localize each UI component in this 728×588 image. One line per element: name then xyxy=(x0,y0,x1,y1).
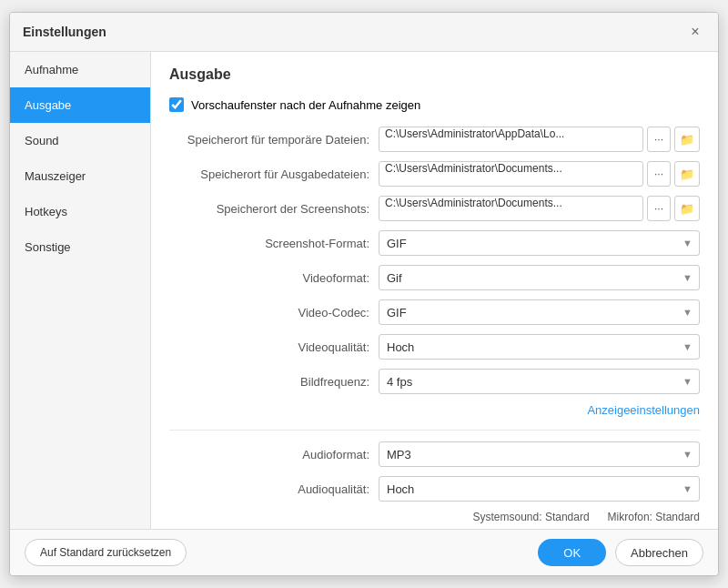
display-settings-row: Anzeigeeinstellungen xyxy=(169,403,700,417)
temp-dots-button[interactable]: ··· xyxy=(647,127,671,152)
audio-format-wrapper: MP3 AAC WAV OGG ▼ xyxy=(379,441,700,467)
system-sound-value: Standard xyxy=(545,511,590,523)
temp-path-controls: C:\Users\Administrator\AppData\Lo... ···… xyxy=(379,127,700,152)
screenshot-folder-button[interactable]: 📁 xyxy=(674,196,700,221)
output-path-row: Speicherort für Ausgabedateien: C:\Users… xyxy=(169,161,700,187)
video-quality-controls: Hoch Mittel Niedrig ▼ xyxy=(379,334,700,360)
sidebar-item-aufnahme[interactable]: Aufnahme xyxy=(10,52,150,87)
dialog-title: Einstellungen xyxy=(23,25,106,39)
folder-icon: 📁 xyxy=(680,133,694,147)
frame-rate-row: Bildfrequenz: 4 fps 8 fps 15 fps 24 fps … xyxy=(169,369,700,394)
sound-info-row: Systemsound: Standard Mikrofon: Standard xyxy=(169,511,700,523)
dialog-footer: Auf Standard zurücksetzen OK Abbrechen xyxy=(10,529,718,575)
sidebar-item-sound[interactable]: Sound xyxy=(10,123,150,158)
frame-rate-select[interactable]: 4 fps 8 fps 15 fps 24 fps 30 fps xyxy=(379,369,700,394)
frame-rate-wrapper: 4 fps 8 fps 15 fps 24 fps 30 fps ▼ xyxy=(379,369,700,394)
divider xyxy=(169,430,700,431)
temp-path-row: Speicherort für temporäre Dateien: C:\Us… xyxy=(169,127,700,152)
frame-rate-label: Bildfrequenz: xyxy=(169,375,379,389)
video-quality-row: Videoqualität: Hoch Mittel Niedrig ▼ xyxy=(169,334,700,360)
video-format-controls: Gif MP4 AVI MOV ▼ xyxy=(379,265,700,290)
preview-checkbox-label: Vorschaufenster nach der Aufnahme zeigen xyxy=(191,98,420,112)
video-quality-select[interactable]: Hoch Mittel Niedrig xyxy=(379,334,700,360)
video-codec-label: Video-Codec: xyxy=(169,306,379,319)
folder-icon: 📁 xyxy=(680,202,694,216)
sidebar: Aufnahme Ausgabe Sound Mauszeiger Hotkey… xyxy=(10,52,151,529)
settings-dialog: Einstellungen × Aufnahme Ausgabe Sound M… xyxy=(9,12,719,576)
screenshot-format-label: Screenshot-Format: xyxy=(169,237,379,250)
audio-quality-row: Audioqualität: Hoch Mittel Niedrig ▼ xyxy=(169,476,700,502)
audio-quality-controls: Hoch Mittel Niedrig ▼ xyxy=(379,476,700,502)
output-dots-button[interactable]: ··· xyxy=(647,161,671,187)
video-format-select[interactable]: Gif MP4 AVI MOV xyxy=(379,265,700,290)
screenshot-format-wrapper: GIF PNG JPG BMP ▼ xyxy=(379,230,700,256)
audio-format-label: Audioformat: xyxy=(169,448,379,461)
audio-format-select[interactable]: MP3 AAC WAV OGG xyxy=(379,441,700,467)
display-settings-link[interactable]: Anzeigeeinstellungen xyxy=(587,403,700,417)
sidebar-item-hotkeys[interactable]: Hotkeys xyxy=(10,194,150,229)
content-area: Ausgabe Vorschaufenster nach der Aufnahm… xyxy=(151,52,718,529)
dialog-body: Aufnahme Ausgabe Sound Mauszeiger Hotkey… xyxy=(10,52,718,529)
audio-format-controls: MP3 AAC WAV OGG ▼ xyxy=(379,441,700,467)
video-codec-controls: GIF H.264 H.265 ▼ xyxy=(379,299,700,325)
screenshot-dots-button[interactable]: ··· xyxy=(647,196,671,221)
temp-path-input[interactable]: C:\Users\Administrator\AppData\Lo... xyxy=(379,127,643,152)
screenshot-path-label: Speicherort der Screenshots: xyxy=(169,202,379,216)
frame-rate-controls: 4 fps 8 fps 15 fps 24 fps 30 fps ▼ xyxy=(379,369,700,394)
output-path-label: Speicherort für Ausgabedateien: xyxy=(169,167,379,181)
sidebar-item-ausgabe[interactable]: Ausgabe xyxy=(10,87,150,123)
video-codec-wrapper: GIF H.264 H.265 ▼ xyxy=(379,299,700,325)
system-sound-label: Systemsound: xyxy=(473,511,542,523)
temp-path-label: Speicherort für temporäre Dateien: xyxy=(169,133,379,147)
preview-checkbox[interactable] xyxy=(169,97,184,112)
cancel-button[interactable]: Abbrechen xyxy=(615,539,703,566)
title-bar: Einstellungen × xyxy=(10,13,718,52)
sidebar-item-sonstige[interactable]: Sonstige xyxy=(10,229,150,265)
video-format-label: Videoformat: xyxy=(169,271,379,285)
sidebar-item-mauszeiger[interactable]: Mauszeiger xyxy=(10,158,150,194)
output-folder-button[interactable]: 📁 xyxy=(674,161,700,187)
folder-icon: 📁 xyxy=(680,167,694,181)
audio-format-row: Audioformat: MP3 AAC WAV OGG ▼ xyxy=(169,441,700,467)
output-path-input[interactable]: C:\Users\Administrator\Documents... xyxy=(379,161,643,187)
video-quality-wrapper: Hoch Mittel Niedrig ▼ xyxy=(379,334,700,360)
screenshot-path-input[interactable]: C:\Users\Administrator\Documents... xyxy=(379,196,643,221)
audio-quality-select[interactable]: Hoch Mittel Niedrig xyxy=(379,476,700,502)
close-button[interactable]: × xyxy=(685,22,705,42)
screenshot-format-controls: GIF PNG JPG BMP ▼ xyxy=(379,230,700,256)
preview-checkbox-row: Vorschaufenster nach der Aufnahme zeigen xyxy=(169,97,700,112)
temp-folder-button[interactable]: 📁 xyxy=(674,127,700,152)
section-title: Ausgabe xyxy=(169,66,700,83)
ok-button[interactable]: OK xyxy=(538,539,606,566)
video-codec-select[interactable]: GIF H.264 H.265 xyxy=(379,299,700,325)
footer-right: OK Abbrechen xyxy=(538,539,703,566)
video-format-row: Videoformat: Gif MP4 AVI MOV ▼ xyxy=(169,265,700,290)
screenshot-format-row: Screenshot-Format: GIF PNG JPG BMP ▼ xyxy=(169,230,700,256)
audio-quality-label: Audioqualität: xyxy=(169,482,379,496)
mic-info: Mikrofon: Standard xyxy=(608,511,700,523)
audio-quality-wrapper: Hoch Mittel Niedrig ▼ xyxy=(379,476,700,502)
video-format-wrapper: Gif MP4 AVI MOV ▼ xyxy=(379,265,700,290)
video-codec-row: Video-Codec: GIF H.264 H.265 ▼ xyxy=(169,299,700,325)
output-path-controls: C:\Users\Administrator\Documents... ··· … xyxy=(379,161,700,187)
video-quality-label: Videoqualität: xyxy=(169,340,379,354)
mic-value: Standard xyxy=(655,511,700,523)
screenshot-path-controls: C:\Users\Administrator\Documents... ··· … xyxy=(379,196,700,221)
mic-label: Mikrofon: xyxy=(608,511,652,523)
screenshot-path-row: Speicherort der Screenshots: C:\Users\Ad… xyxy=(169,196,700,221)
screenshot-format-select[interactable]: GIF PNG JPG BMP xyxy=(379,230,700,256)
system-sound-info: Systemsound: Standard xyxy=(473,511,590,523)
reset-button[interactable]: Auf Standard zurücksetzen xyxy=(25,539,187,566)
